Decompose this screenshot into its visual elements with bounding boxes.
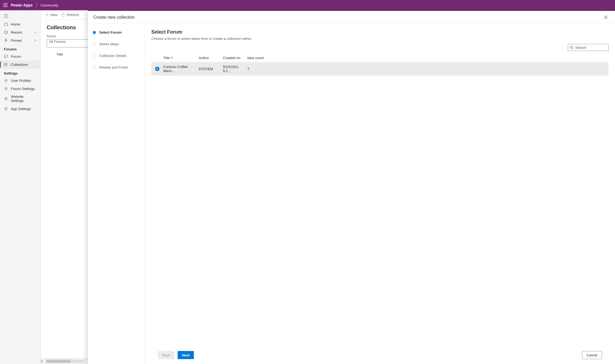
scrollbar-thumb[interactable] xyxy=(46,360,71,363)
svg-line-29 xyxy=(572,48,573,49)
step-label: Select Forum xyxy=(99,30,121,34)
row-selected-icon[interactable] xyxy=(155,67,159,71)
svg-rect-1 xyxy=(5,3,6,4)
new-button[interactable]: New xyxy=(45,13,57,17)
sort-asc-icon xyxy=(171,57,173,59)
nav-website-settings-label: Website Settings xyxy=(11,95,37,103)
panel-main: Select Forum Choose a forum to select id… xyxy=(145,24,615,364)
back-button[interactable]: Back xyxy=(158,351,174,359)
forum-grid: Title Author Created on Idea count xyxy=(151,54,608,76)
gear-icon xyxy=(4,107,8,111)
app-launcher-icon[interactable] xyxy=(2,2,9,8)
nav-section-forums: Forums xyxy=(0,44,40,52)
refresh-button[interactable]: Refresh xyxy=(61,13,79,17)
svg-rect-3 xyxy=(4,5,4,6)
horizontal-scrollbar[interactable] xyxy=(46,360,84,363)
panel-subheading: Choose a forum to select ideas from to c… xyxy=(151,37,608,41)
next-button[interactable]: Next xyxy=(178,351,194,359)
step-review-finish[interactable]: Review and Finish xyxy=(93,65,140,69)
nav-user-profiles-label: User Profiles xyxy=(11,79,31,83)
nav-forum-settings[interactable]: Forum Settings xyxy=(0,85,40,93)
scroll-left-icon[interactable] xyxy=(41,360,45,363)
col-created[interactable]: Created on xyxy=(223,56,247,60)
app-header: Power Apps Community xyxy=(0,0,615,10)
row-created: 9/23/2021 5:2... xyxy=(223,65,247,73)
svg-point-21 xyxy=(5,88,7,89)
create-collection-panel: Create new collection Select Forum Selec… xyxy=(88,10,615,364)
nav-forum[interactable]: Forum xyxy=(0,52,40,60)
svg-rect-4 xyxy=(5,5,6,6)
chevron-down-icon xyxy=(34,31,37,34)
step-select-ideas[interactable]: Select Ideas xyxy=(93,42,140,54)
svg-point-19 xyxy=(4,66,4,66)
plus-icon xyxy=(45,13,49,17)
panel-footer: Back Next Cancel xyxy=(151,350,608,364)
brand-label: Power Apps xyxy=(11,3,33,7)
panel-header: Create new collection xyxy=(88,11,615,24)
nav-collapse-icon[interactable] xyxy=(0,12,40,20)
search-placeholder: Search xyxy=(575,46,586,50)
svg-point-20 xyxy=(5,80,7,81)
environment-label: Community xyxy=(40,3,58,7)
gear-icon xyxy=(4,96,8,101)
gear-icon xyxy=(4,86,8,91)
svg-point-23 xyxy=(5,108,7,109)
nav-recent[interactable]: Recent xyxy=(0,28,40,36)
row-title: Contoso Coffee Mach... xyxy=(163,65,198,73)
grid-row[interactable]: Contoso Coffee Mach... SYSTEM 9/23/2021 … xyxy=(151,62,608,76)
refresh-label: Refresh xyxy=(67,13,79,17)
row-author: SYSTEM xyxy=(198,67,223,71)
col-title[interactable]: Title xyxy=(163,56,198,60)
step-dot-icon xyxy=(93,54,96,57)
step-dot-icon xyxy=(93,66,96,69)
step-dot-icon xyxy=(93,31,96,34)
nav-app-settings-label: App Settings xyxy=(11,107,31,111)
nav-home[interactable]: Home xyxy=(0,20,40,28)
svg-point-28 xyxy=(570,46,572,48)
svg-rect-8 xyxy=(7,6,7,7)
left-nav: Home Recent Pinned Forums Forum Collecti… xyxy=(0,10,41,364)
grid-header: Title Author Created on Idea count xyxy=(151,54,608,62)
wizard-stepper: Select Forum Select Ideas Collection Det… xyxy=(88,24,145,364)
nav-forum-settings-label: Forum Settings xyxy=(11,87,35,91)
panel-heading: Select Forum xyxy=(151,29,608,35)
svg-point-18 xyxy=(4,65,4,65)
step-collection-details[interactable]: Collection Details xyxy=(93,54,140,65)
nav-collections[interactable]: Collections xyxy=(0,60,40,69)
svg-point-22 xyxy=(5,98,7,99)
step-dot-icon xyxy=(93,43,96,46)
list-icon xyxy=(4,62,8,67)
svg-rect-0 xyxy=(4,3,4,4)
clock-icon xyxy=(4,30,8,34)
search-icon xyxy=(570,46,574,49)
chevron-down-icon xyxy=(34,39,37,42)
nav-pinned-label: Pinned xyxy=(11,38,22,43)
pin-icon xyxy=(4,38,8,43)
svg-rect-6 xyxy=(4,6,4,7)
nav-forum-label: Forum xyxy=(11,54,21,59)
step-label: Collection Details xyxy=(99,54,126,58)
step-select-forum[interactable]: Select Forum xyxy=(93,30,140,42)
svg-rect-13 xyxy=(4,55,8,57)
nav-section-settings: Settings xyxy=(0,69,40,76)
nav-pinned[interactable]: Pinned xyxy=(0,36,40,44)
svg-rect-7 xyxy=(5,6,6,7)
home-icon xyxy=(4,22,8,26)
col-author[interactable]: Author xyxy=(198,56,223,60)
nav-recent-label: Recent xyxy=(11,30,22,34)
forum-select-value: All Forums xyxy=(49,40,66,44)
cancel-button[interactable]: Cancel xyxy=(582,351,602,359)
col-idea-count[interactable]: Idea count xyxy=(247,56,269,60)
row-count: 7 xyxy=(247,67,269,71)
svg-point-17 xyxy=(4,63,4,64)
search-input[interactable]: Search xyxy=(568,44,608,51)
nav-website-settings[interactable]: Website Settings xyxy=(0,93,40,105)
refresh-icon xyxy=(61,13,65,17)
new-label: New xyxy=(50,13,57,17)
close-button[interactable] xyxy=(602,14,610,21)
nav-collections-label: Collections xyxy=(11,63,28,67)
nav-home-label: Home xyxy=(11,22,20,26)
chat-icon xyxy=(4,54,8,59)
nav-user-profiles[interactable]: User Profiles xyxy=(0,76,40,85)
nav-app-settings[interactable]: App Settings xyxy=(0,105,40,113)
